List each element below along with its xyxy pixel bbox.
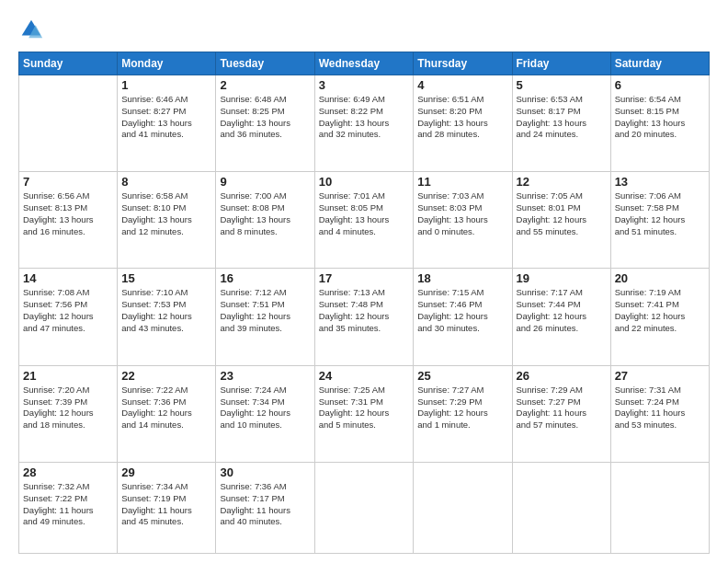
calendar-cell: 1Sunrise: 6:46 AM Sunset: 8:27 PM Daylig…: [118, 75, 216, 172]
calendar-cell: 30Sunrise: 7:36 AM Sunset: 7:17 PM Dayli…: [216, 462, 314, 553]
day-info: Sunrise: 7:24 AM Sunset: 7:34 PM Dayligh…: [220, 385, 310, 431]
day-info: Sunrise: 7:10 AM Sunset: 7:53 PM Dayligh…: [121, 287, 211, 334]
calendar-cell: 16Sunrise: 7:12 AM Sunset: 7:51 PM Dayli…: [216, 269, 314, 365]
day-number: 14: [23, 271, 113, 285]
day-info: Sunrise: 7:36 AM Sunset: 7:17 PM Dayligh…: [220, 481, 310, 528]
day-number: 12: [517, 175, 607, 189]
calendar-cell: 11Sunrise: 7:03 AM Sunset: 8:03 PM Dayli…: [414, 172, 512, 269]
weekday-header-row: SundayMondayTuesdayWednesdayThursdayFrid…: [19, 52, 710, 75]
day-info: Sunrise: 7:34 AM Sunset: 7:19 PM Dayligh…: [121, 481, 211, 528]
day-number: 25: [417, 369, 507, 383]
day-info: Sunrise: 6:48 AM Sunset: 8:25 PM Dayligh…: [220, 94, 310, 141]
calendar-cell: 5Sunrise: 6:53 AM Sunset: 8:17 PM Daylig…: [512, 75, 610, 172]
day-info: Sunrise: 7:08 AM Sunset: 7:56 PM Dayligh…: [23, 287, 113, 334]
logo-icon: [18, 17, 44, 42]
calendar-cell: [512, 462, 610, 553]
calendar-cell: 7Sunrise: 6:56 AM Sunset: 8:13 PM Daylig…: [19, 172, 118, 269]
calendar-cell: 20Sunrise: 7:19 AM Sunset: 7:41 PM Dayli…: [610, 269, 709, 365]
day-number: 9: [220, 175, 310, 189]
calendar-cell: 17Sunrise: 7:13 AM Sunset: 7:48 PM Dayli…: [314, 269, 414, 365]
logo: [18, 17, 48, 42]
calendar-cell: 29Sunrise: 7:34 AM Sunset: 7:19 PM Dayli…: [118, 462, 216, 553]
calendar-cell: 22Sunrise: 7:22 AM Sunset: 7:36 PM Dayli…: [118, 365, 216, 462]
day-info: Sunrise: 7:27 AM Sunset: 7:29 PM Dayligh…: [417, 385, 507, 431]
day-number: 30: [220, 465, 310, 479]
weekday-header-monday: Monday: [118, 52, 216, 75]
day-info: Sunrise: 6:46 AM Sunset: 8:27 PM Dayligh…: [121, 94, 211, 141]
calendar-cell: [414, 462, 512, 553]
calendar-cell: 19Sunrise: 7:17 AM Sunset: 7:44 PM Dayli…: [512, 269, 610, 365]
calendar-cell: 18Sunrise: 7:15 AM Sunset: 7:46 PM Dayli…: [414, 269, 512, 365]
day-info: Sunrise: 6:53 AM Sunset: 8:17 PM Dayligh…: [517, 94, 607, 141]
calendar-cell: [610, 462, 709, 553]
day-info: Sunrise: 7:20 AM Sunset: 7:39 PM Dayligh…: [23, 385, 113, 431]
day-number: 1: [121, 78, 211, 92]
weekday-header-thursday: Thursday: [414, 52, 512, 75]
calendar-cell: 25Sunrise: 7:27 AM Sunset: 7:29 PM Dayli…: [414, 365, 512, 462]
day-info: Sunrise: 7:31 AM Sunset: 7:24 PM Dayligh…: [615, 385, 705, 431]
day-info: Sunrise: 7:22 AM Sunset: 7:36 PM Dayligh…: [121, 385, 211, 431]
calendar-cell: 23Sunrise: 7:24 AM Sunset: 7:34 PM Dayli…: [216, 365, 314, 462]
calendar-cell: 24Sunrise: 7:25 AM Sunset: 7:31 PM Dayli…: [314, 365, 414, 462]
day-info: Sunrise: 7:15 AM Sunset: 7:46 PM Dayligh…: [417, 287, 507, 334]
calendar-cell: 27Sunrise: 7:31 AM Sunset: 7:24 PM Dayli…: [610, 365, 709, 462]
day-number: 7: [23, 175, 113, 189]
calendar: SundayMondayTuesdayWednesdayThursdayFrid…: [18, 52, 710, 554]
day-number: 22: [121, 369, 211, 383]
day-info: Sunrise: 6:54 AM Sunset: 8:15 PM Dayligh…: [615, 94, 705, 141]
weekday-header-sunday: Sunday: [19, 52, 118, 75]
day-number: 17: [319, 271, 410, 285]
day-number: 23: [220, 369, 310, 383]
day-info: Sunrise: 7:17 AM Sunset: 7:44 PM Dayligh…: [517, 287, 607, 334]
weekday-header-wednesday: Wednesday: [314, 52, 414, 75]
day-info: Sunrise: 6:49 AM Sunset: 8:22 PM Dayligh…: [319, 94, 410, 141]
day-info: Sunrise: 6:56 AM Sunset: 8:13 PM Dayligh…: [23, 190, 113, 237]
week-row-2: 7Sunrise: 6:56 AM Sunset: 8:13 PM Daylig…: [19, 172, 710, 269]
calendar-cell: 6Sunrise: 6:54 AM Sunset: 8:15 PM Daylig…: [610, 75, 709, 172]
day-info: Sunrise: 6:58 AM Sunset: 8:10 PM Dayligh…: [121, 190, 211, 237]
week-row-4: 21Sunrise: 7:20 AM Sunset: 7:39 PM Dayli…: [19, 365, 710, 462]
day-info: Sunrise: 7:25 AM Sunset: 7:31 PM Dayligh…: [319, 385, 410, 431]
day-info: Sunrise: 7:19 AM Sunset: 7:41 PM Dayligh…: [615, 287, 705, 334]
calendar-cell: 3Sunrise: 6:49 AM Sunset: 8:22 PM Daylig…: [314, 75, 414, 172]
weekday-header-saturday: Saturday: [610, 52, 709, 75]
day-info: Sunrise: 7:00 AM Sunset: 8:08 PM Dayligh…: [220, 190, 310, 237]
day-info: Sunrise: 6:51 AM Sunset: 8:20 PM Dayligh…: [417, 94, 507, 141]
day-number: 15: [121, 271, 211, 285]
day-number: 20: [615, 271, 705, 285]
day-number: 27: [615, 369, 705, 383]
calendar-cell: 28Sunrise: 7:32 AM Sunset: 7:22 PM Dayli…: [19, 462, 118, 553]
day-number: 18: [417, 271, 507, 285]
week-row-3: 14Sunrise: 7:08 AM Sunset: 7:56 PM Dayli…: [19, 269, 710, 365]
calendar-cell: 12Sunrise: 7:05 AM Sunset: 8:01 PM Dayli…: [512, 172, 610, 269]
day-number: 2: [220, 78, 310, 92]
day-number: 8: [121, 175, 211, 189]
day-number: 4: [417, 78, 507, 92]
day-info: Sunrise: 7:06 AM Sunset: 7:58 PM Dayligh…: [615, 190, 705, 237]
day-number: 13: [615, 175, 705, 189]
calendar-cell: [314, 462, 414, 553]
calendar-cell: 15Sunrise: 7:10 AM Sunset: 7:53 PM Dayli…: [118, 269, 216, 365]
day-info: Sunrise: 7:29 AM Sunset: 7:27 PM Dayligh…: [517, 385, 607, 431]
day-number: 26: [517, 369, 607, 383]
day-number: 3: [319, 78, 410, 92]
day-number: 11: [417, 175, 507, 189]
calendar-cell: 9Sunrise: 7:00 AM Sunset: 8:08 PM Daylig…: [216, 172, 314, 269]
header: [18, 17, 710, 42]
day-number: 16: [220, 271, 310, 285]
calendar-cell: 8Sunrise: 6:58 AM Sunset: 8:10 PM Daylig…: [118, 172, 216, 269]
weekday-header-friday: Friday: [512, 52, 610, 75]
calendar-cell: 21Sunrise: 7:20 AM Sunset: 7:39 PM Dayli…: [19, 365, 118, 462]
calendar-cell: 26Sunrise: 7:29 AM Sunset: 7:27 PM Dayli…: [512, 365, 610, 462]
calendar-cell: 13Sunrise: 7:06 AM Sunset: 7:58 PM Dayli…: [610, 172, 709, 269]
day-number: 29: [121, 465, 211, 479]
day-number: 10: [319, 175, 410, 189]
calendar-cell: 2Sunrise: 6:48 AM Sunset: 8:25 PM Daylig…: [216, 75, 314, 172]
day-number: 24: [319, 369, 410, 383]
calendar-cell: 14Sunrise: 7:08 AM Sunset: 7:56 PM Dayli…: [19, 269, 118, 365]
day-info: Sunrise: 7:01 AM Sunset: 8:05 PM Dayligh…: [319, 190, 410, 237]
day-info: Sunrise: 7:13 AM Sunset: 7:48 PM Dayligh…: [319, 287, 410, 334]
day-info: Sunrise: 7:03 AM Sunset: 8:03 PM Dayligh…: [417, 190, 507, 237]
calendar-cell: 4Sunrise: 6:51 AM Sunset: 8:20 PM Daylig…: [414, 75, 512, 172]
day-info: Sunrise: 7:32 AM Sunset: 7:22 PM Dayligh…: [23, 481, 113, 528]
